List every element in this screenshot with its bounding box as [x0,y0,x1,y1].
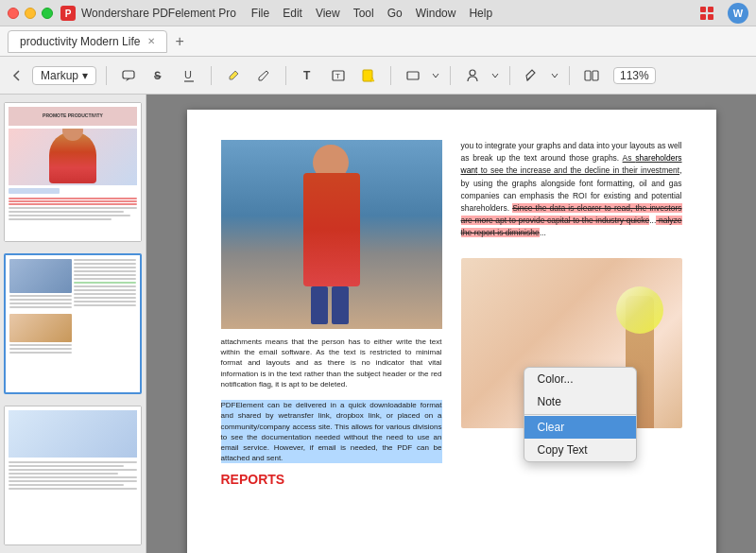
text-tool-icon[interactable]: T [296,63,320,88]
markup-dropdown[interactable]: Markup ▾ [32,66,96,85]
nav-back-button[interactable] [8,66,26,85]
main-layout: PROMOTE PRODUCTIVITY [0,95,756,553]
page-columns: attachments means that the person has to… [221,140,682,490]
context-menu-note[interactable]: Note [524,390,636,413]
menu-bar: File Edit View Tool Go Window Help [251,7,492,20]
traffic-lights [8,8,53,19]
text-box-icon[interactable]: T [326,63,351,88]
thumb-1-image: PROMOTE PRODUCTIVITY [5,103,141,242]
svg-rect-2 [700,7,706,12]
content-area: attachments means that the person has to… [146,95,756,553]
chevron-down-small-icon [431,71,440,80]
highlight-icon[interactable] [221,63,246,88]
context-menu-color[interactable]: Color... [524,368,636,390]
svg-rect-17 [585,71,591,80]
app-title: Wondershare PDFelement Pro [81,7,236,20]
pen-icon[interactable] [520,63,544,88]
page-thumb-3[interactable]: 3 [4,406,142,545]
toolbar: Markup ▾ S̶ U T T [0,57,756,95]
context-menu: Color... Note Clear Copy Text [524,367,637,462]
context-menu-copy-text[interactable]: Copy Text [524,439,636,461]
chevron-down-pen-icon [550,71,559,80]
maximize-button[interactable] [42,8,53,19]
thumb-3-image [5,406,141,545]
user-avatar[interactable]: W [728,3,748,24]
menu-tool[interactable]: Tool [353,7,374,20]
tab-title: productivity Modern Life [20,35,140,48]
man-image [221,140,442,329]
svg-rect-3 [708,7,713,12]
tab-close-icon[interactable]: ✕ [147,36,155,46]
context-menu-clear[interactable]: Clear [524,416,636,439]
eraser-icon[interactable] [251,63,276,88]
svg-text:U: U [184,69,192,80]
svg-text:P: P [65,9,72,19]
svg-rect-5 [708,14,713,20]
page-thumb-1[interactable]: PROMOTE PRODUCTIVITY [4,102,142,242]
app-icon: P [60,6,76,21]
menu-help[interactable]: Help [469,7,492,20]
zoom-level[interactable]: 113% [613,67,656,84]
right-col-text: you to integrate your graphs and data in… [461,140,682,239]
svg-rect-6 [123,71,134,78]
svg-rect-18 [593,71,598,80]
left-column: attachments means that the person has to… [221,140,442,490]
separator-1 [106,66,107,85]
chevron-down-icon: ▾ [82,69,88,82]
title-bar: P Wondershare PDFelement Pro File Edit V… [0,0,756,26]
tab-bar: productivity Modern Life ✕ + [0,26,756,57]
menu-go[interactable]: Go [387,7,403,20]
separator-2 [211,66,212,85]
dual-page-icon[interactable] [579,63,604,88]
svg-point-15 [470,70,475,76]
separator-4 [390,66,391,85]
context-menu-separator [524,414,636,415]
tab-add-button[interactable]: + [175,33,183,50]
sticky-note-icon[interactable] [356,63,381,88]
menu-edit[interactable]: Edit [283,7,302,20]
right-column: you to integrate your graphs and data in… [461,140,682,490]
underline-icon[interactable]: U [177,63,201,88]
close-button[interactable] [8,8,19,19]
svg-text:T: T [303,69,311,82]
svg-rect-4 [700,14,706,20]
sidebar: PROMOTE PRODUCTIVITY [0,95,146,553]
left-col-para1: attachments means that the person has to… [221,337,442,490]
svg-text:T: T [335,72,340,80]
chevron-down-person-icon [490,71,500,80]
reports-header: REPORTS [221,471,442,490]
grid-icon[interactable] [694,0,720,26]
rectangle-icon[interactable] [401,63,425,88]
menu-view[interactable]: View [316,7,340,20]
separator-3 [285,66,286,85]
svg-rect-14 [407,72,419,79]
separator-6 [509,66,510,85]
thumb-2-image [6,255,140,395]
minimize-button[interactable] [25,8,36,19]
person-icon[interactable] [460,63,485,88]
separator-7 [569,66,570,85]
menu-file[interactable]: File [251,7,269,20]
comment-icon[interactable] [116,63,141,88]
svg-line-16 [527,78,530,80]
separator-5 [450,66,451,85]
markup-label: Markup [41,69,78,82]
svg-rect-13 [363,70,372,81]
menu-window[interactable]: Window [416,7,456,20]
tab-productivity[interactable]: productivity Modern Life ✕ [8,30,167,53]
pdf-page: attachments means that the person has to… [187,110,716,553]
svg-text:S̶: S̶ [154,70,162,81]
strikethrough-icon[interactable]: S̶ [146,63,171,88]
page-thumb-2[interactable]: 2 [4,253,142,395]
